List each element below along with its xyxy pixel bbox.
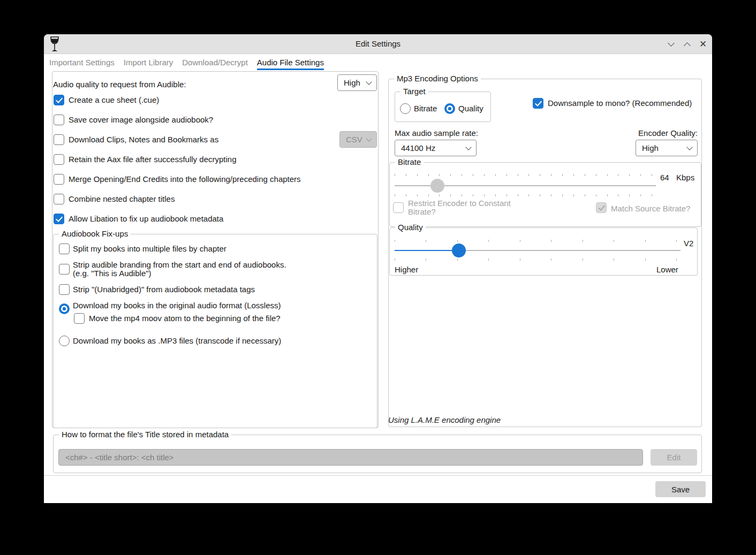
fixup-metadata-label: Allow Libation to fix up audiobook metad…: [69, 214, 223, 224]
split-books-label: Split my books into multiple files by ch…: [73, 244, 226, 254]
bitrate-slider-ticks-bottom: [395, 194, 652, 196]
mp3-format-label: Download my books as .MP3 files (transco…: [73, 336, 281, 346]
lossless-format-radio[interactable]: [59, 303, 70, 314]
maximize-button[interactable]: [680, 34, 694, 54]
mp3-format-radio[interactable]: [59, 336, 70, 346]
strip-branding-label-line2: (e.g. "This is Audible"): [73, 269, 152, 278]
bitrate-slider-ticks-top: [395, 174, 652, 176]
quality-higher-label: Higher: [395, 264, 418, 275]
target-bitrate-radio[interactable]: [400, 103, 411, 114]
quality-value: V2: [684, 238, 693, 249]
clips-format-dropdown: CSV: [339, 131, 377, 148]
mp3-encoding-options-title: Mp3 Encoding Options: [394, 74, 481, 83]
chevron-up-icon: [684, 42, 691, 49]
download-clips-label: Download Clips, Notes and Bookmarks as: [69, 134, 218, 145]
tab-import-library[interactable]: Import Library: [124, 54, 173, 70]
moov-atom-label: Move the mp4 moov atom to the beginning …: [89, 313, 281, 324]
strip-branding-checkbox[interactable]: [59, 264, 70, 275]
downsample-mono-checkbox[interactable]: [533, 98, 543, 109]
strip-unabridged-checkbox[interactable]: [59, 284, 70, 295]
strip-unabridged-label: Strip "(Unabridged)" from audiobook meta…: [73, 284, 255, 295]
match-source-bitrate-label: Match Source Bitrate?: [611, 203, 690, 214]
clips-format-value: CSV: [346, 135, 362, 144]
quality-slider-thumb[interactable]: [452, 244, 466, 257]
save-cover-checkbox[interactable]: [54, 115, 64, 125]
tab-important-settings[interactable]: Important Settings: [49, 54, 115, 70]
restrict-cbr-label: Restrict Encoder to Constant Bitrate?: [408, 199, 523, 216]
chevron-down-icon: [465, 144, 471, 150]
merge-credits-checkbox[interactable]: [54, 174, 64, 185]
target-quality-radio[interactable]: [444, 103, 455, 114]
sample-rate-dropdown[interactable]: 44100 Hz: [395, 140, 477, 156]
sample-rate-value: 44100 Hz: [401, 143, 435, 153]
combine-chapters-label: Combine nested chapter titles: [69, 194, 175, 204]
match-source-bitrate-checkbox: [596, 202, 607, 213]
retain-aax-checkbox[interactable]: [54, 154, 64, 165]
encoder-quality-label: Encoder Quality:: [638, 128, 698, 139]
restrict-cbr-checkbox: [393, 202, 404, 213]
encoding-engine-note: Using L.A.M.E encoding engine: [388, 415, 501, 425]
target-group-title: Target: [400, 87, 428, 96]
title-format-input: <ch#> - <title short>: <ch title>: [58, 449, 643, 466]
download-clips-checkbox[interactable]: [54, 134, 64, 145]
encoder-quality-dropdown[interactable]: High: [636, 140, 698, 156]
close-button[interactable]: ✕: [696, 34, 710, 54]
save-cover-label: Save cover image alongside audiobook?: [69, 115, 213, 125]
chevron-down-icon: [686, 144, 692, 150]
quality-slider-fill: [395, 250, 459, 251]
split-books-checkbox[interactable]: [59, 244, 70, 254]
sample-rate-label: Max audio sample rate:: [395, 128, 478, 139]
close-icon: ✕: [699, 40, 707, 49]
audio-quality-value: High: [344, 78, 360, 87]
lossless-format-label: Download my books in the original audio …: [73, 300, 281, 311]
fixup-metadata-checkbox[interactable]: [54, 214, 64, 224]
title-format-value: <ch#> - <title short>: <ch title>: [65, 453, 174, 462]
quality-slider-ticks-top: [395, 240, 677, 242]
tab-bar: Important Settings Import Library Downlo…: [49, 54, 324, 70]
create-cue-sheet-checkbox[interactable]: [54, 95, 64, 105]
encoder-quality-value: High: [642, 143, 659, 153]
footer-divider: [44, 475, 712, 476]
quality-lower-label: Lower: [656, 264, 678, 275]
merge-credits-label: Merge Opening/End Credits into the follo…: [69, 174, 301, 185]
save-button[interactable]: Save: [655, 481, 706, 497]
minimize-button[interactable]: [664, 34, 678, 54]
audio-quality-label: Audio quality to request from Audible:: [53, 79, 186, 90]
tab-audio-file-settings[interactable]: Audio File Settings: [257, 54, 324, 70]
target-bitrate-label: Bitrate: [414, 103, 437, 114]
title-format-group-title: How to format the file's Title stored in…: [59, 430, 231, 439]
downsample-mono-label: Downsample to mono? (Recommended): [548, 98, 692, 109]
bitrate-value: 64: [660, 172, 669, 183]
bitrate-unit: Kbps: [676, 172, 694, 183]
bitrate-group-title: Bitrate: [395, 157, 424, 166]
chevron-down-icon: [668, 40, 675, 47]
audiobook-fixups-title: Audiobook Fix-ups: [59, 229, 131, 238]
edit-button: Edit: [651, 449, 697, 466]
window-title: Edit Settings: [44, 39, 712, 48]
titlebar: Edit Settings ✕: [44, 34, 712, 54]
quality-group-title: Quality: [395, 223, 426, 232]
bitrate-slider-thumb: [430, 179, 444, 193]
retain-aax-label: Retain the Aax file after successfully d…: [69, 154, 237, 165]
moov-atom-checkbox[interactable]: [74, 313, 85, 324]
quality-group: Quality: [389, 227, 698, 276]
combine-chapters-checkbox[interactable]: [54, 194, 64, 204]
audio-quality-dropdown[interactable]: High: [337, 74, 377, 91]
chevron-down-icon: [366, 135, 372, 141]
tab-download-decrypt[interactable]: Download/Decrypt: [182, 54, 248, 70]
target-quality-label: Quality: [458, 103, 483, 114]
quality-slider-ticks-bottom: [395, 259, 677, 261]
strip-branding-label-line1: Strip audible branding from the start an…: [73, 261, 286, 269]
create-cue-sheet-label: Create a cue sheet (.cue): [69, 95, 159, 105]
chevron-down-icon: [366, 79, 372, 85]
edit-settings-window: Edit Settings ✕ Important Settings Impor…: [44, 34, 712, 503]
